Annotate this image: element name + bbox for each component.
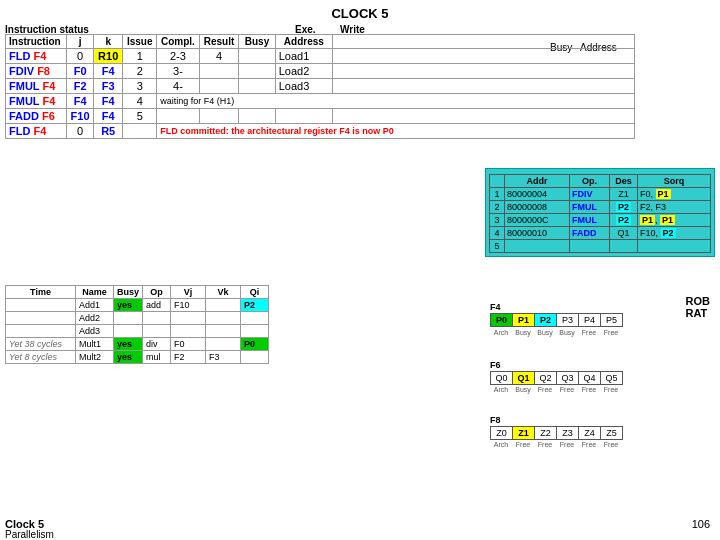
reg-p4: P4 xyxy=(579,314,601,327)
instr-name: FADD xyxy=(9,110,39,122)
col-header-k: k xyxy=(94,35,123,49)
instr-j: 0 xyxy=(67,124,94,139)
instr-address: Load1 xyxy=(275,49,332,64)
col-header-extra xyxy=(332,35,634,49)
rs-col-addr: Addr xyxy=(505,175,570,188)
instr-k: F3 xyxy=(94,79,123,94)
instr-address xyxy=(275,109,332,124)
station-row: Add1 yes add F10 P2 xyxy=(6,299,269,312)
instr-issue: 5 xyxy=(123,109,157,124)
reg-p3: P3 xyxy=(557,314,579,327)
instr-compl xyxy=(157,109,200,124)
instr-k: F4 xyxy=(94,64,123,79)
instr-j: F2 xyxy=(67,79,94,94)
f6-reg-table: Q0 Q1 Q2 Q3 Q4 Q5 xyxy=(490,371,623,385)
table-row: FADD F6 F10 F4 5 xyxy=(6,109,635,124)
reg-q5: Q5 xyxy=(601,372,623,385)
instr-j: F10 xyxy=(67,109,94,124)
instr-compl: 2-3 xyxy=(157,49,200,64)
reg-z0: Z0 xyxy=(491,427,513,440)
instr-name: FMUL xyxy=(9,95,40,107)
instr-name: FDIV xyxy=(9,65,34,77)
instr-name: FMUL xyxy=(9,80,40,92)
station-row: Yet 8 cycles Mult2 yes mul F2 F3 xyxy=(6,351,269,364)
table-row: FMUL F4 F2 F3 3 4- Load3 xyxy=(6,79,635,94)
reg-z3: Z3 xyxy=(557,427,579,440)
reg-z4: Z4 xyxy=(579,427,601,440)
st-col-name: Name xyxy=(76,286,114,299)
station-row: Add2 xyxy=(6,312,269,325)
col-header-j: j xyxy=(67,35,94,49)
station-row: Add3 xyxy=(6,325,269,338)
rs-col-op: Op. xyxy=(570,175,610,188)
reg-q3: Q3 xyxy=(557,372,579,385)
f6-section: F6 Q0 Q1 Q2 Q3 Q4 Q5 Arch Busy Free Free… xyxy=(490,360,675,393)
page-number: 106 xyxy=(692,518,710,530)
table-row: FLD F4 0 R5 FLD committed: the architect… xyxy=(6,124,635,139)
rs-panel: Addr Op. Des Sorq 1 80000004 FDIV Z1 F0,… xyxy=(485,168,715,257)
reg-p1: P1 xyxy=(513,314,535,327)
instr-j: F4 xyxy=(67,94,94,109)
instr-reg: F6 xyxy=(42,110,55,122)
f4-reg-table: P0 P1 P2 P3 P4 P5 xyxy=(490,313,623,327)
reg-z5: Z5 xyxy=(601,427,623,440)
reg-p5: P5 xyxy=(601,314,623,327)
instr-k: R5 xyxy=(94,124,123,139)
instr-fld-note: FLD committed: the architectural registe… xyxy=(157,124,635,139)
instr-extra xyxy=(332,64,634,79)
instr-j: 0 xyxy=(67,49,94,64)
f4-label: F4 xyxy=(490,302,675,312)
instr-result xyxy=(199,64,239,79)
f8-label: F8 xyxy=(490,415,675,425)
instr-busy xyxy=(239,109,275,124)
instr-reg: F8 xyxy=(37,65,50,77)
rs-col-num xyxy=(490,175,505,188)
rs-col-des: Des xyxy=(610,175,638,188)
st-col-op: Op xyxy=(143,286,171,299)
station-table: Time Name Busy Op Vj Vk Qi Add1 yes add … xyxy=(5,285,269,364)
f8-reg-table: Z0 Z1 Z2 Z3 Z4 Z5 xyxy=(490,426,623,440)
station-row: Yet 38 cycles Mult1 yes div F0 P0 xyxy=(6,338,269,351)
rs-row: 1 80000004 FDIV Z1 F0, P1 xyxy=(490,188,711,201)
reg-q0: Q0 xyxy=(491,372,513,385)
rs-col-sorq: Sorq xyxy=(638,175,711,188)
instr-address: Load3 xyxy=(275,79,332,94)
instr-result xyxy=(199,79,239,94)
instruction-table: Instruction j k Issue Compl. Result Busy… xyxy=(5,34,635,139)
reg-p2: P2 xyxy=(535,314,557,327)
f8-section: F8 Z0 Z1 Z2 Z3 Z4 Z5 Arch Free Free Free… xyxy=(490,415,675,448)
instr-busy xyxy=(239,64,275,79)
reg-q2: Q2 xyxy=(535,372,557,385)
instr-issue: 2 xyxy=(123,64,157,79)
reg-z1: Z1 xyxy=(513,427,535,440)
instr-extra xyxy=(332,109,634,124)
table-row: FDIV F8 F0 F4 2 3- Load2 xyxy=(6,64,635,79)
col-header-compl: Compl. xyxy=(157,35,200,49)
instr-busy xyxy=(239,79,275,94)
page-title: CLOCK 5 xyxy=(0,2,720,23)
col-header-result: Result xyxy=(199,35,239,49)
f4-section: F4 P0 P1 P2 P3 P4 P5 Arch Busy Busy Busy… xyxy=(490,302,675,337)
instr-issue: 1 xyxy=(123,49,157,64)
f6-label: F6 xyxy=(490,360,675,370)
instr-address: Load2 xyxy=(275,64,332,79)
st-col-vj: Vj xyxy=(171,286,206,299)
instr-compl: 4- xyxy=(157,79,200,94)
st-col-qi: Qi xyxy=(241,286,269,299)
instr-issue: 4 xyxy=(123,94,157,109)
instr-k: F4 xyxy=(94,109,123,124)
col-header-address: Address xyxy=(275,35,332,49)
col-header-instruction: Instruction xyxy=(6,35,67,49)
f6-arch-labels: Arch Busy Free Free Free Free xyxy=(490,386,675,393)
rs-table: Addr Op. Des Sorq 1 80000004 FDIV Z1 F0,… xyxy=(489,174,711,253)
st-col-time: Time xyxy=(6,286,76,299)
instr-issue xyxy=(123,124,157,139)
table-row: FMUL F4 F4 F4 4 waiting for F4 (H1) xyxy=(6,94,635,109)
instr-extra xyxy=(332,49,634,64)
instr-j: F0 xyxy=(67,64,94,79)
reg-p0: P0 xyxy=(491,314,513,327)
instr-k: F4 xyxy=(94,94,123,109)
rs-row: 4 80000010 FADD Q1 F10, P2 xyxy=(490,227,711,240)
f8-arch-labels: Arch Free Free Free Free Free xyxy=(490,441,675,448)
instr-result xyxy=(199,109,239,124)
